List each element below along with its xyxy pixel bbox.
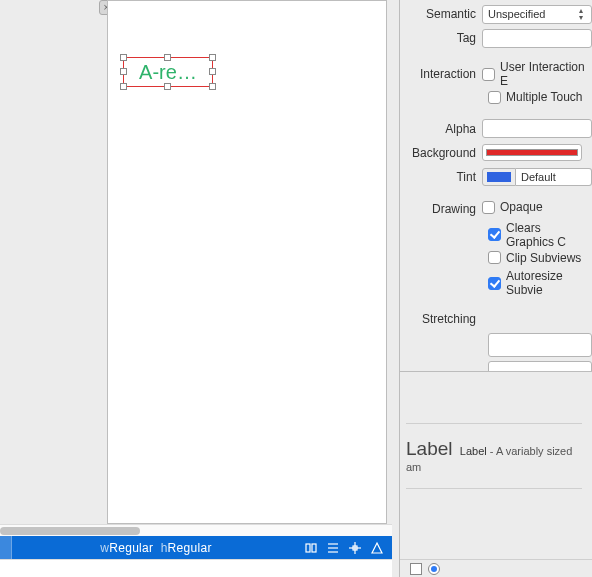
canvas-pane: × A-re… [0, 0, 392, 536]
resize-handle-mr[interactable] [209, 68, 216, 75]
resize-handle-tr[interactable] [209, 54, 216, 61]
size-class-bar: wRegular hRegular [0, 536, 392, 559]
user-interaction-checkbox[interactable]: User Interaction E [482, 60, 592, 88]
resize-handle-bl[interactable] [120, 83, 127, 90]
selected-uilabel-text: A-re… [139, 61, 197, 84]
tint-combo[interactable]: Default [516, 168, 592, 186]
row-tag: Tag [400, 28, 592, 48]
resize-handle-br[interactable] [209, 83, 216, 90]
library-footer [400, 559, 592, 577]
inspector-panel: Semantic Unspecified ▴▾ Tag Interaction … [399, 0, 592, 577]
autoresize-checkbox[interactable]: Autoresize Subvie [488, 269, 592, 297]
list-view-radio[interactable] [428, 563, 440, 575]
size-class-segment[interactable] [0, 536, 12, 559]
horizontal-scrollbar[interactable] [0, 524, 392, 536]
selected-uilabel[interactable]: A-re… [123, 57, 213, 87]
svg-marker-8 [372, 543, 382, 553]
below-status-strip [0, 559, 392, 577]
clip-subviews-checkbox[interactable]: Clip Subviews [488, 251, 581, 265]
row-stretching: Stretching [400, 309, 592, 329]
resolve-issues-icon[interactable] [366, 536, 388, 559]
size-class-display[interactable]: wRegular hRegular [12, 541, 300, 555]
tag-field[interactable] [482, 29, 592, 48]
row-semantic: Semantic Unspecified ▴▾ [400, 4, 592, 24]
opaque-checkbox[interactable]: Opaque [482, 200, 543, 214]
chevron-updown-icon: ▴▾ [576, 7, 586, 21]
pin-constraints-icon[interactable] [344, 536, 366, 559]
svg-rect-0 [306, 544, 310, 552]
row-tint: Tint Default [400, 167, 592, 187]
stretching-box-1[interactable] [488, 333, 592, 357]
multiple-touch-checkbox[interactable]: Multiple Touch [488, 90, 583, 104]
tint-colorwell[interactable] [482, 168, 516, 186]
resize-handle-ml[interactable] [120, 68, 127, 75]
row-interaction: Interaction User Interaction E [400, 60, 592, 88]
row-background: Background [400, 143, 592, 163]
resize-handle-tm[interactable] [164, 54, 171, 61]
library-heading: Label [406, 438, 453, 460]
library-subheading: Label [460, 445, 487, 457]
semantic-combo[interactable]: Unspecified ▴▾ [482, 5, 592, 24]
align-edges-icon[interactable] [322, 536, 344, 559]
alpha-field[interactable] [482, 119, 592, 138]
clears-graphics-checkbox[interactable]: Clears Graphics C [488, 221, 592, 249]
svg-rect-1 [312, 544, 316, 552]
grid-view-icon[interactable] [410, 563, 422, 575]
stretching-box-2[interactable] [488, 361, 592, 372]
background-colorwell[interactable] [482, 144, 582, 161]
align-stack-icon[interactable] [300, 536, 322, 559]
design-canvas[interactable]: A-re… [107, 0, 387, 524]
row-drawing: Drawing Opaque [400, 199, 592, 219]
row-alpha: Alpha [400, 119, 592, 139]
scroll-thumb[interactable] [0, 527, 140, 535]
object-library-preview: Label Label - A variably sized am [400, 405, 592, 499]
resize-handle-bm[interactable] [164, 83, 171, 90]
resize-handle-tl[interactable] [120, 54, 127, 61]
